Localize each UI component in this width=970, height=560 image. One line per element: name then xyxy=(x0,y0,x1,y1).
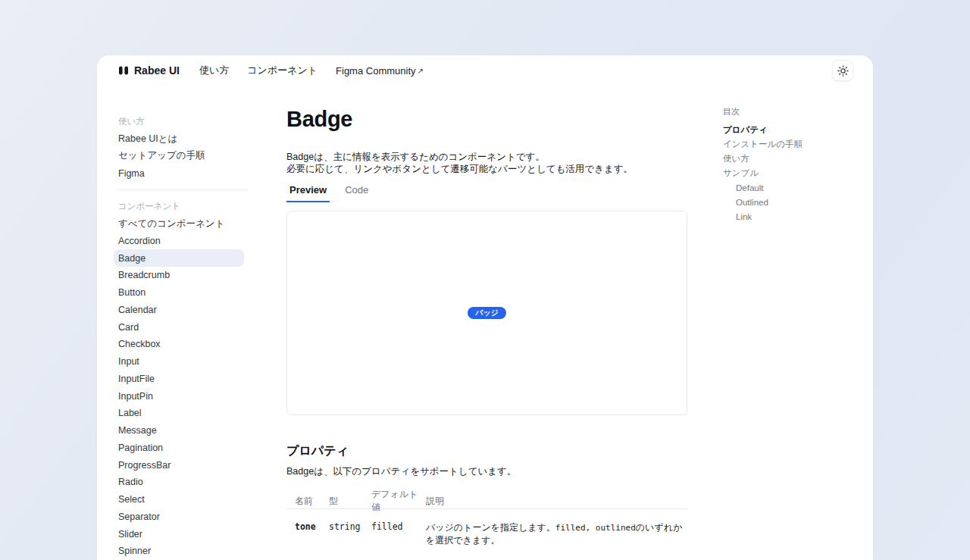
sidebar-item-select[interactable]: Select xyxy=(114,491,244,508)
prop-default-value: filled xyxy=(371,521,426,532)
sidebar-item-radio[interactable]: Radio xyxy=(114,474,244,491)
sidebar-divider xyxy=(118,189,249,190)
properties-heading: プロパティ xyxy=(286,443,687,459)
sidebar-item-separator[interactable]: Separator xyxy=(114,508,244,526)
nav-link-figma-community[interactable]: Figma Community↗ xyxy=(336,65,424,77)
prop-description-value: バッジのトーンを指定します。filled, outlinedのいずれかを選択でき… xyxy=(426,521,687,546)
page-card: Rabee UI 使い方 コンポーネント Figma Community↗ 使い… xyxy=(97,55,873,560)
nav-link-usage[interactable]: 使い方 xyxy=(199,64,229,77)
sidebar-item-button[interactable]: Button xyxy=(114,284,244,302)
sidebar-item-calendar[interactable]: Calendar xyxy=(114,302,244,319)
external-link-arrow-icon: ↗ xyxy=(418,67,424,75)
toc-list: プロパティ インストールの手順 使い方 サンプル Default Outline… xyxy=(723,123,873,224)
sidebar-item-spinner[interactable]: Spinner xyxy=(114,543,244,560)
sidebar-item-message[interactable]: Message xyxy=(114,422,244,440)
sidebar-item-setup-steps[interactable]: セットアップの手順 xyxy=(114,148,244,165)
toc-item-usage[interactable]: 使い方 xyxy=(723,152,873,166)
page-title: Badge xyxy=(286,107,687,131)
badge-component-sample[interactable]: バッジ xyxy=(468,307,506,319)
component-preview-area: バッジ xyxy=(286,211,687,415)
sidebar-item-label[interactable]: Label xyxy=(114,405,244,422)
table-of-contents: 目次 プロパティ インストールの手順 使い方 サンプル Default Outl… xyxy=(687,86,873,560)
prop-name-value: tone xyxy=(295,521,329,532)
main-content: Badge Badgeは、主に情報を表示するためのコンポーネントです。 必要に応… xyxy=(286,86,687,560)
column-header-name: 名前 xyxy=(295,495,329,508)
sidebar-item-card[interactable]: Card xyxy=(114,318,244,336)
inline-code: filled, outlined xyxy=(555,523,636,533)
properties-table: 名前 型 デフォルト値 説明 tone string filled バッジのトー… xyxy=(286,488,687,546)
sidebar-item-checkbox[interactable]: Checkbox xyxy=(114,336,244,353)
column-header-type: 型 xyxy=(329,495,371,508)
toc-item-install-steps[interactable]: インストールの手順 xyxy=(723,137,873,152)
tab-preview[interactable]: Preview xyxy=(286,184,330,202)
sidebar-item-inputfile[interactable]: InputFile xyxy=(114,371,244,388)
page-description-line1: Badgeは、主に情報を表示するためのコンポーネントです。 xyxy=(286,151,687,163)
toc-item-default[interactable]: Default xyxy=(723,180,873,195)
properties-table-header: 名前 型 デフォルト値 説明 xyxy=(286,488,687,509)
toc-item-samples[interactable]: サンプル xyxy=(723,166,873,180)
prop-type-value: string xyxy=(329,521,371,532)
table-row: tone string filled バッジのトーンを指定します。filled,… xyxy=(286,509,687,546)
sidebar-section-title-usage: 使い方 xyxy=(118,113,286,130)
sidebar-item-breadcrumb[interactable]: Breadcrumb xyxy=(114,267,244,284)
properties-description: Badgeは、以下のプロパティをサポートしています。 xyxy=(286,465,687,477)
sidebar-section-title-components: コンポーネント xyxy=(118,198,286,215)
content-layout: 使い方 Rabee UIとは セットアップの手順 Figma コンポーネント す… xyxy=(97,86,873,560)
sidebar-item-accordion[interactable]: Accordion xyxy=(114,233,244,250)
sidebar-item-inputpin[interactable]: InputPin xyxy=(114,387,244,405)
rabee-ui-logo-icon xyxy=(118,65,130,76)
sidebar-item-figma[interactable]: Figma xyxy=(114,164,244,182)
sidebar-item-input[interactable]: Input xyxy=(114,353,244,371)
sidebar-item-slider[interactable]: Slider xyxy=(114,525,244,543)
top-nav: Rabee UI 使い方 コンポーネント Figma Community↗ xyxy=(97,55,873,86)
tab-code[interactable]: Code xyxy=(342,184,371,202)
toc-item-properties[interactable]: プロパティ xyxy=(723,123,873,137)
page-description-line2: 必要に応じて、リンクやボタンとして遷移可能なパーツとしても活用できます。 xyxy=(286,163,687,175)
nav-links: 使い方 コンポーネント Figma Community↗ xyxy=(199,64,424,77)
page-description: Badgeは、主に情報を表示するためのコンポーネントです。 必要に応じて、リンク… xyxy=(286,151,687,175)
brand-home-link[interactable]: Rabee UI xyxy=(118,64,180,77)
sidebar-item-about-rabee-ui[interactable]: Rabee UIとは xyxy=(114,130,244,148)
toc-item-link[interactable]: Link xyxy=(723,209,873,224)
sidebar-item-badge[interactable]: Badge xyxy=(114,249,244,267)
toc-title: 目次 xyxy=(723,106,873,117)
column-header-description: 説明 xyxy=(426,495,687,508)
brand-label: Rabee UI xyxy=(134,64,180,77)
sun-icon xyxy=(837,65,849,77)
sidebar-item-progressbar[interactable]: ProgressBar xyxy=(114,456,244,474)
nav-link-components[interactable]: コンポーネント xyxy=(247,64,318,77)
preview-code-tabs: Preview Code xyxy=(286,184,687,202)
sidebar-item-pagination[interactable]: Pagination xyxy=(114,440,244,457)
toc-item-outlined[interactable]: Outlined xyxy=(723,195,873,209)
theme-toggle-button[interactable] xyxy=(832,60,853,81)
sidebar-item-all-components[interactable]: すべてのコンポーネント xyxy=(114,215,244,233)
column-header-default: デフォルト値 xyxy=(371,488,426,514)
sidebar: 使い方 Rabee UIとは セットアップの手順 Figma コンポーネント す… xyxy=(97,86,286,560)
